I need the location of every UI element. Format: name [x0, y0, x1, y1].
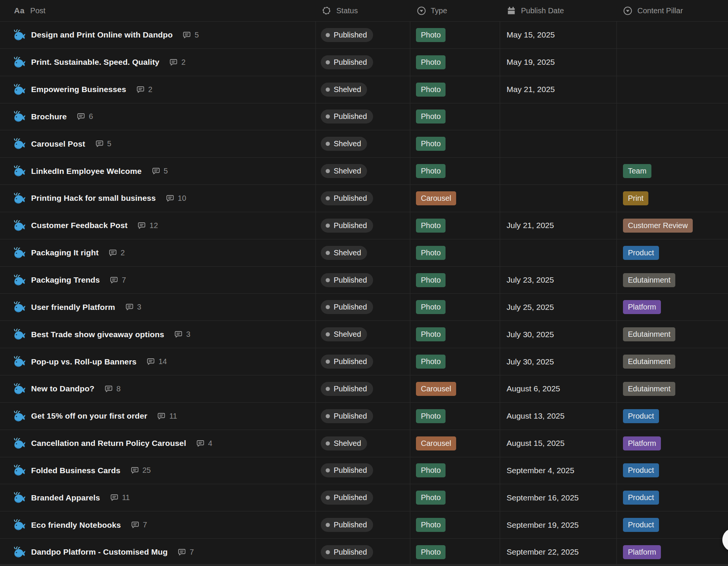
column-header-publish-date[interactable]: Publish Date	[500, 0, 617, 21]
table-row[interactable]: Cancellation and Return Policy Carousel …	[0, 430, 728, 457]
type-cell[interactable]: Photo	[410, 511, 500, 538]
post-title[interactable]: Customer Feedback Post	[31, 221, 127, 230]
status-cell[interactable]: Published	[316, 457, 410, 484]
publish-date-cell[interactable]	[500, 158, 617, 184]
publish-date-cell[interactable]: September 22, 2025	[500, 539, 617, 566]
publish-date-cell[interactable]: August 13, 2025	[500, 403, 617, 430]
type-cell[interactable]: Photo	[410, 267, 500, 294]
post-cell[interactable]: New to Dandpo? 8	[0, 375, 316, 402]
type-cell[interactable]: Carousel	[410, 185, 500, 212]
table-row[interactable]: Brochure 6 Published Photo	[0, 103, 728, 131]
status-cell[interactable]: Published	[316, 49, 410, 76]
table-row[interactable]: Pop-up vs. Roll-up Banners 14 Published …	[0, 348, 728, 375]
content-pillar-cell[interactable]: Product	[617, 403, 728, 430]
post-cell[interactable]: User friendly Platform 3	[0, 294, 316, 321]
type-cell[interactable]: Photo	[410, 294, 500, 321]
status-cell[interactable]: Shelved	[316, 430, 410, 457]
column-header-type[interactable]: Type	[410, 0, 500, 21]
table-row[interactable]: Folded Business Cards 25 Published Photo…	[0, 457, 728, 485]
publish-date-cell[interactable]: September 4, 2025	[500, 457, 617, 484]
post-title[interactable]: Carousel Post	[31, 139, 85, 149]
status-cell[interactable]: Published	[316, 403, 410, 430]
content-pillar-cell[interactable]: Team	[617, 158, 728, 184]
type-cell[interactable]: Photo	[410, 457, 500, 484]
post-title[interactable]: Packaging It right	[31, 248, 99, 257]
content-pillar-cell[interactable]: Edutainment	[617, 348, 728, 375]
publish-date-cell[interactable]: July 30, 2025	[500, 348, 617, 375]
type-cell[interactable]: Photo	[410, 321, 500, 348]
publish-date-cell[interactable]: July 30, 2025	[500, 321, 617, 348]
type-cell[interactable]: Photo	[410, 130, 500, 157]
comment-count-group[interactable]: 11	[157, 412, 177, 421]
content-pillar-cell[interactable]: Product	[617, 511, 728, 538]
comment-count-group[interactable]: 10	[166, 194, 186, 203]
comment-count-group[interactable]: 2	[136, 85, 152, 94]
table-row[interactable]: Print. Sustainable. Speed. Quality 2 Pub…	[0, 49, 728, 76]
status-cell[interactable]: Published	[316, 511, 410, 538]
post-title[interactable]: Design and Print Online with Dandpo	[31, 30, 173, 39]
post-cell[interactable]: Empowering Businesses 2	[0, 76, 316, 103]
table-row[interactable]: Packaging It right 2 Shelved Photo Pr	[0, 239, 728, 267]
content-pillar-cell[interactable]: Edutainment	[617, 321, 728, 348]
table-row[interactable]: Eco friendly Notebooks 7 Published Photo…	[0, 511, 728, 539]
table-row[interactable]: Customer Feedback Post 12 Published Phot…	[0, 212, 728, 239]
table-row[interactable]: New to Dandpo? 8 Published Carousel Augu…	[0, 375, 728, 403]
post-title[interactable]: New to Dandpo?	[31, 384, 94, 393]
publish-date-cell[interactable]: May 15, 2025	[500, 22, 617, 48]
table-row[interactable]: Empowering Businesses 2 Shelved Photo Ma…	[0, 76, 728, 103]
publish-date-cell[interactable]	[500, 185, 617, 212]
type-cell[interactable]: Photo	[410, 103, 500, 130]
publish-date-cell[interactable]: July 21, 2025	[500, 212, 617, 239]
comment-count-group[interactable]: 2	[108, 249, 125, 257]
comment-count-group[interactable]: 8	[104, 385, 121, 393]
comment-count-group[interactable]: 4	[196, 439, 212, 448]
column-header-content-pillar[interactable]: Content Pillar	[617, 0, 728, 21]
post-cell[interactable]: Packaging It right 2	[0, 239, 316, 266]
publish-date-cell[interactable]: September 16, 2025	[500, 484, 617, 511]
publish-date-cell[interactable]: July 23, 2025	[500, 267, 617, 294]
table-row[interactable]: LinkedIn Employee Welcome 5 Shelved Phot…	[0, 158, 728, 185]
status-cell[interactable]: Published	[316, 375, 410, 402]
publish-date-cell[interactable]: August 15, 2025	[500, 430, 617, 457]
status-cell[interactable]: Shelved	[316, 76, 410, 103]
status-cell[interactable]: Published	[316, 348, 410, 375]
comment-count-group[interactable]: 5	[182, 31, 199, 39]
post-cell[interactable]: Dandpo Platform - Customised Mug 7	[0, 539, 316, 566]
comment-count-group[interactable]: 7	[177, 548, 194, 557]
post-cell[interactable]: Best Trade show giveaway options 3	[0, 321, 316, 348]
post-title[interactable]: Packaging Trends	[31, 275, 100, 285]
post-cell[interactable]: Get 15% off on your first order 11	[0, 403, 316, 430]
type-cell[interactable]: Photo	[410, 403, 500, 430]
type-cell[interactable]: Photo	[410, 212, 500, 239]
post-title[interactable]: User friendly Platform	[31, 303, 115, 312]
post-title[interactable]: Pop-up vs. Roll-up Banners	[31, 357, 136, 366]
comment-count-group[interactable]: 14	[146, 357, 167, 366]
status-cell[interactable]: Published	[316, 484, 410, 511]
post-title[interactable]: Empowering Businesses	[31, 85, 126, 94]
column-header-post[interactable]: Aa Post	[0, 0, 316, 21]
content-pillar-cell[interactable]	[617, 22, 728, 48]
status-cell[interactable]: Published	[316, 212, 410, 239]
post-title[interactable]: Eco friendly Notebooks	[31, 521, 121, 530]
post-cell[interactable]: Eco friendly Notebooks 7	[0, 511, 316, 538]
post-cell[interactable]: Design and Print Online with Dandpo 5	[0, 22, 316, 48]
comment-count-group[interactable]: 5	[95, 139, 111, 148]
comment-count-group[interactable]: 7	[131, 521, 147, 529]
content-pillar-cell[interactable]	[617, 103, 728, 130]
content-pillar-cell[interactable]: Product	[617, 457, 728, 484]
post-title[interactable]: Folded Business Cards	[31, 466, 121, 475]
publish-date-cell[interactable]	[500, 130, 617, 157]
type-cell[interactable]: Photo	[410, 76, 500, 103]
post-cell[interactable]: LinkedIn Employee Welcome 5	[0, 158, 316, 184]
type-cell[interactable]: Carousel	[410, 430, 500, 457]
post-title[interactable]: Get 15% off on your first order	[31, 411, 147, 421]
comment-count-group[interactable]: 2	[169, 58, 185, 67]
table-row[interactable]: Branded Apparels 11 Published Photo Sept…	[0, 484, 728, 511]
table-row[interactable]: Get 15% off on your first order 11 Publi…	[0, 403, 728, 430]
type-cell[interactable]: Carousel	[410, 375, 500, 402]
comment-count-group[interactable]: 7	[110, 276, 126, 285]
type-cell[interactable]: Photo	[410, 49, 500, 76]
content-pillar-cell[interactable]: Customer Review	[617, 212, 728, 239]
publish-date-cell[interactable]: May 21, 2025	[500, 76, 617, 103]
publish-date-cell[interactable]	[500, 103, 617, 130]
